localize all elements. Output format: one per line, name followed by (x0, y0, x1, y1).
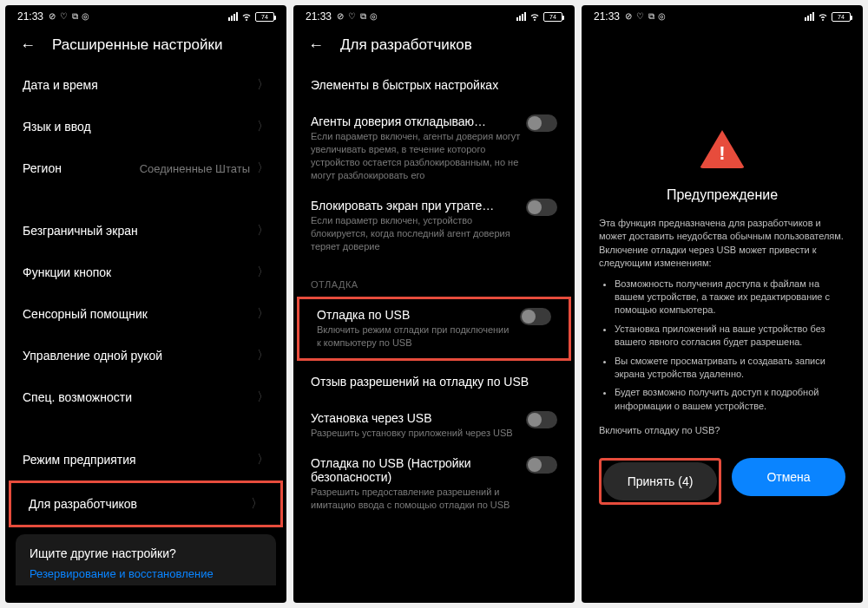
bullet-item: Вы сможете просматривать и создавать зап… (615, 355, 845, 382)
footer-suggestions: Ищите другие настройки? Резервирование и… (16, 534, 276, 585)
status-icons-left: ⊘ ♡ ⧉ ◎ (337, 11, 378, 22)
row-lock-on-trust-lost[interactable]: Блокировать экран при утрате… Если парам… (293, 190, 575, 262)
footer-link[interactable]: Резервирование и восстановление (30, 567, 262, 580)
dialog-title: Предупреждение (667, 187, 778, 203)
signal-icon (805, 12, 814, 21)
chevron-right-icon: 〉 (257, 452, 269, 467)
row-usb-debugging[interactable]: Отладка по USB Включить режим отладки пр… (299, 299, 569, 358)
bullet-item: Будет возможно получить доступ к подробн… (615, 386, 845, 413)
row-developer[interactable]: Для разработчиков〉 (11, 483, 280, 525)
bullet-item: Установка приложений на ваше устройство … (615, 323, 845, 350)
status-icons-left: ⊘ ♡ ⧉ ◎ (49, 11, 90, 22)
status-time: 21:33 (17, 10, 43, 23)
dialog-buttons: Принять (4) Отмена (599, 458, 845, 505)
chevron-right-icon: 〉 (257, 348, 269, 363)
toggle-trust-agents[interactable] (526, 114, 557, 132)
battery-icon: 74 (832, 12, 851, 22)
warning-dialog: Предупреждение Эта функция предназначена… (582, 26, 863, 505)
chevron-right-icon: 〉 (257, 389, 269, 405)
chevron-right-icon: 〉 (257, 306, 269, 322)
chevron-right-icon: 〉 (257, 119, 269, 134)
dialog-bullets: Возможность получения доступа к файлам н… (599, 278, 845, 419)
back-icon[interactable]: ← (19, 36, 36, 54)
dev-options-list: Элементы в быстрых настройках Агенты дов… (293, 64, 575, 603)
status-time: 21:33 (594, 10, 620, 23)
row-usb-debug-security[interactable]: Отладка по USB (Настройки безопасности) … (293, 448, 575, 520)
status-bar: 21:33 ⊘ ♡ ⧉ ◎ 74 (5, 5, 286, 26)
cancel-button[interactable]: Отмена (732, 458, 845, 496)
row-region[interactable]: Регион Соединенные Штаты 〉 (5, 147, 286, 189)
accept-button[interactable]: Принять (4) (603, 462, 717, 500)
warning-icon (700, 130, 745, 168)
phone-screen-3: 21:33 ⊘ ♡ ⧉ ◎ 74 Предупреждение Эта функ… (582, 5, 863, 603)
row-revoke-usb-auth[interactable]: Отзыв разрешений на отладку по USB (293, 361, 575, 402)
status-icons-left: ⊘ ♡ ⧉ ◎ (625, 11, 667, 22)
row-accessibility[interactable]: Спец. возможности〉 (5, 376, 286, 418)
row-one-hand[interactable]: Управление одной рукой〉 (5, 335, 286, 376)
row-fullscreen[interactable]: Безграничный экран〉 (5, 210, 286, 252)
row-touch-assist[interactable]: Сенсорный помощник〉 (5, 293, 286, 335)
wifi-icon (529, 11, 540, 22)
battery-icon: 74 (255, 12, 274, 22)
chevron-right-icon: 〉 (257, 160, 269, 176)
section-debugging: ОТЛАДКА (293, 262, 575, 297)
row-buttons[interactable]: Функции кнопок〉 (5, 252, 286, 293)
highlight-accept-button: Принять (4) (599, 458, 721, 505)
dialog-question: Включить отладку по USB? (599, 425, 845, 435)
highlight-developer-options: Для разработчиков〉 (9, 481, 283, 527)
status-bar: 21:33 ⊘ ♡ ⧉ ◎ 74 (293, 5, 575, 26)
page-title: Для разработчиков (340, 36, 472, 54)
chevron-right-icon: 〉 (251, 496, 263, 512)
row-quick-settings-tiles[interactable]: Элементы в быстрых настройках (293, 64, 575, 106)
chevron-right-icon: 〉 (257, 223, 269, 239)
row-language[interactable]: Язык и ввод 〉 (5, 106, 286, 147)
page-title: Расширенные настройки (52, 36, 222, 54)
row-enterprise[interactable]: Режим предприятия〉 (5, 439, 286, 481)
status-bar: 21:33 ⊘ ♡ ⧉ ◎ 74 (582, 5, 863, 26)
settings-list: Дата и время 〉 Язык и ввод 〉 Регион Соед… (5, 64, 286, 603)
header: ← Для разработчиков (293, 26, 575, 64)
row-value: Соединенные Штаты (140, 162, 250, 175)
signal-icon (228, 12, 238, 21)
toggle-lock-trust[interactable] (526, 199, 557, 216)
chevron-right-icon: 〉 (257, 265, 269, 280)
highlight-usb-debugging: Отладка по USB Включить режим отладки пр… (297, 297, 571, 361)
phone-screen-2: 21:33 ⊘ ♡ ⧉ ◎ 74 ← Для разработчиков Эле… (293, 5, 575, 603)
header: ← Расширенные настройки (5, 26, 286, 64)
bullet-item: Возможность получения доступа к файлам н… (615, 278, 845, 317)
back-icon[interactable]: ← (307, 36, 325, 54)
row-install-via-usb[interactable]: Установка через USB Разрешить установку … (293, 402, 575, 448)
toggle-usb-security[interactable] (526, 456, 557, 474)
signal-icon (516, 12, 526, 21)
row-trust-agents[interactable]: Агенты доверия откладываю… Если параметр… (293, 106, 575, 190)
phone-screen-1: 21:33 ⊘ ♡ ⧉ ◎ 74 ← Расширенные настройки… (5, 5, 286, 603)
wifi-icon (818, 11, 828, 22)
toggle-install-usb[interactable] (526, 411, 557, 428)
wifi-icon (241, 11, 252, 22)
battery-icon: 74 (543, 12, 562, 22)
toggle-usb-debugging[interactable] (520, 308, 551, 325)
chevron-right-icon: 〉 (257, 77, 269, 93)
footer-title: Ищите другие настройки? (30, 546, 262, 560)
status-time: 21:33 (306, 10, 332, 23)
row-date-time[interactable]: Дата и время 〉 (5, 64, 286, 106)
dialog-intro: Эта функция предназначена для разработчи… (599, 217, 845, 271)
